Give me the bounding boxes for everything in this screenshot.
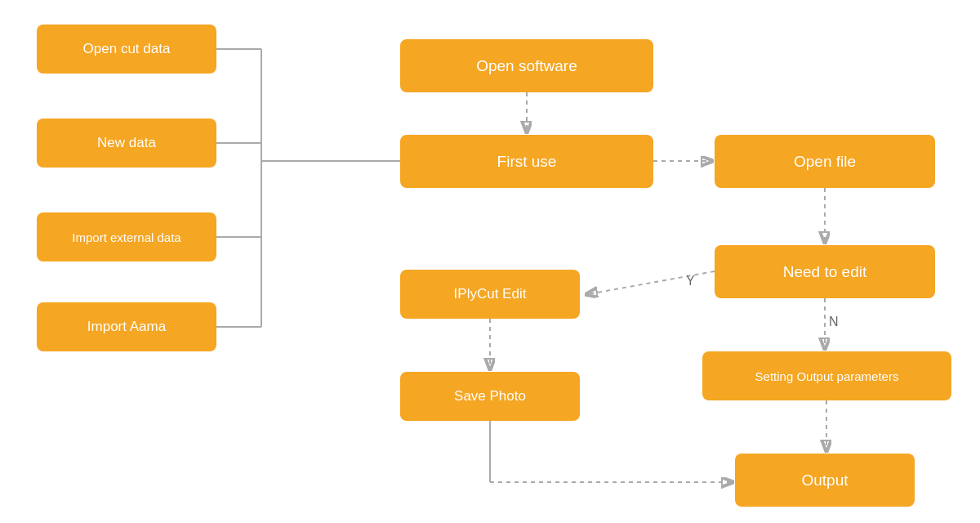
n-label: N [829,315,839,329]
svg-line-9 [588,271,715,294]
open-software-box: Open software [400,39,653,92]
save-photo-box: Save Photo [400,372,580,421]
iplycut-edit-box: IPlyCut Edit [400,270,580,319]
output-box: Output [735,454,915,507]
open-file-box: Open file [715,135,935,188]
setting-output-box: Setting Output parameters [702,351,951,400]
y-label: Y [686,274,695,288]
import-external-box: Import external data [37,212,216,262]
first-use-box: First use [400,135,653,188]
import-aama-box: Import Aama [37,302,216,351]
new-data-box: New data [37,118,216,168]
diagram-container: Open cut data New data Import external d… [0,0,980,523]
need-to-edit-box: Need to edit [715,245,935,298]
open-cut-data-box: Open cut data [37,25,216,74]
